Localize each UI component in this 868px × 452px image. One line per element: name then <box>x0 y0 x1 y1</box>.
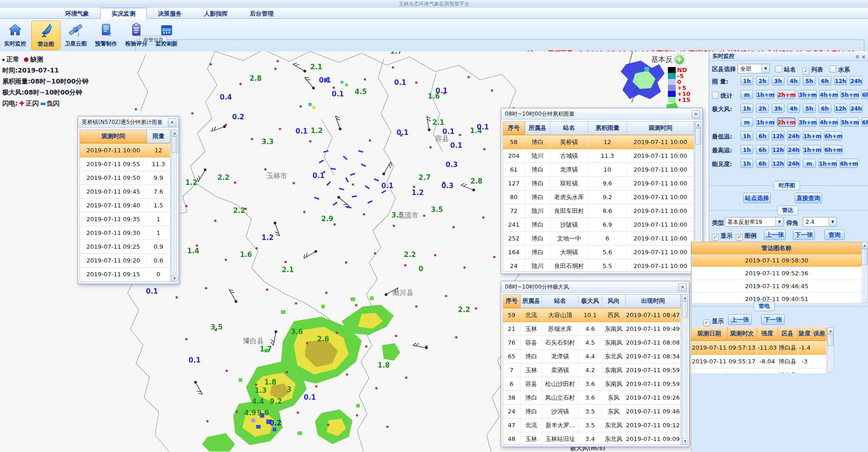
column-header[interactable]: 雨量 <box>147 130 170 143</box>
table-row[interactable]: 2019-07-1109:55:17-8.04博白县-3 <box>691 355 827 368</box>
table-row[interactable]: 2019-07-11 09:100 <box>80 281 170 282</box>
column-header[interactable]: 出现时间 <box>626 295 681 308</box>
toolbar-item-实时监控[interactable]: 实时监控 <box>1 21 29 49</box>
checkbox-站名[interactable]: 站名 <box>775 65 796 73</box>
period-button-3h+m[interactable]: 3h+m <box>798 117 817 127</box>
radar-prev-button[interactable]: 上一张 <box>764 229 786 240</box>
table-row[interactable]: 7玉林卖酒镇4.2东南风2019-07-11 09:59 <box>503 363 681 377</box>
scrollbar[interactable]: ▲▼ <box>682 294 688 445</box>
period-button-4h+m[interactable]: 4h+m <box>819 90 838 99</box>
district-select[interactable]: 全部▼ <box>738 64 770 73</box>
period-button-5h[interactable]: 5h <box>803 104 816 113</box>
period-button-12h[interactable]: 12h <box>834 76 847 85</box>
period-button-2h[interactable]: 2h <box>756 104 769 113</box>
period-button-6h[interactable]: 6h <box>818 76 831 85</box>
checkbox-水系[interactable]: 水系 <box>829 65 850 73</box>
column-header[interactable]: 误差 <box>812 327 827 340</box>
period-button-1h[interactable]: 1h <box>740 131 753 140</box>
column-header[interactable]: 极大风 <box>578 295 602 308</box>
table-row[interactable]: 6容县松山沙田村3.6东南风2019-07-11 09:59 <box>503 377 681 391</box>
column-header[interactable]: 所属县 <box>525 122 551 135</box>
period-button-3h[interactable]: 3h <box>772 76 784 85</box>
column-header[interactable]: 陡度 <box>798 327 812 340</box>
tab-实况监测[interactable]: 实况监测 <box>100 8 147 20</box>
table-row[interactable]: 61博白龙潭镇102019-07-11 10:00 <box>503 163 694 177</box>
table-row[interactable]: 2019-07-11 09:150 <box>80 268 170 281</box>
table-row[interactable]: 204陆川古城镇11.32019-07-11 10:00 <box>503 149 694 163</box>
period-button-2h+m[interactable]: 2h+m <box>777 90 795 99</box>
table-row[interactable]: 127博白双旺镇9.62019-07-11 10:00 <box>503 177 694 190</box>
popup-titlebar[interactable]: 08时~10时00分钟累积雨量 ✕ <box>501 108 702 120</box>
period-button-6h+m[interactable]: 6h+m <box>862 117 868 127</box>
period-button-5h+m[interactable]: 5h+m <box>840 90 859 99</box>
table-row[interactable]: 58博白英桥镇122019-07-11 10:00 <box>503 135 694 149</box>
radar-next-button[interactable]: 下一张 <box>793 229 815 240</box>
column-header[interactable]: 站名 <box>550 122 588 135</box>
period-button-5h[interactable]: 5h <box>803 76 816 85</box>
table-row[interactable]: 2019-07-11 09:301 <box>80 226 170 240</box>
table-row[interactable]: 2019-07-11 09:401.5 <box>80 199 170 212</box>
toolbar-item-卫星云图[interactable]: 卫星云图 <box>62 21 90 49</box>
period-button-1h+m[interactable]: 1h+m <box>756 117 774 127</box>
direct-query-button[interactable]: 直接查询 <box>795 193 822 203</box>
column-header[interactable]: 观测时间 <box>80 130 147 143</box>
table-row[interactable]: 76容县石头石剑村4.5东南风2019-07-11 08:08 <box>503 336 681 350</box>
table-row[interactable]: 47北流新丰大罗...3.5东北风2019-07-11 09:12 <box>503 419 681 432</box>
period-button-12h[interactable]: 12h <box>834 104 847 113</box>
column-header[interactable]: 站名 <box>542 295 578 308</box>
radar-query-button[interactable]: 查询 <box>824 229 845 240</box>
period-button-1h[interactable]: 1h <box>740 145 753 154</box>
table-row[interactable]: 2019-07-1109:57:13-11.03博白县-1.4 <box>691 340 827 355</box>
toolbar-item-检验评分[interactable]: 检验评分 <box>122 21 151 49</box>
lightning-show-checkbox[interactable]: ✓显示 <box>703 316 724 326</box>
period-button-24h[interactable]: 24h <box>787 159 800 168</box>
table-row[interactable]: 2019-07-11 10:0012 <box>80 143 170 157</box>
pin-icon[interactable]: ⚟ <box>855 54 860 60</box>
table-row[interactable]: 2019-07-11 09:250.9 <box>80 240 170 254</box>
period-button-6h[interactable]: 6h <box>818 104 831 113</box>
table-row[interactable]: 72陆川良田车田村8.62019-07-11 10:00 <box>503 204 694 218</box>
period-button-1h+m[interactable]: 1h+m <box>818 159 837 168</box>
table-row[interactable]: 59北流大容山顶10.1西风2019-07-11 08:47 <box>503 308 681 322</box>
period-button-12h[interactable]: 12h <box>772 131 784 140</box>
period-button-2h[interactable]: 2h <box>756 76 769 85</box>
period-button-4h+m[interactable]: 4h+m <box>819 117 838 127</box>
table-row[interactable]: 2019-07-11 09:200.6 <box>80 254 170 268</box>
table-row[interactable]: 21玉林苏烟水库4.6东南风2019-07-11 09:49 <box>503 322 681 336</box>
table-row[interactable]: 24博白沙河镇3.5东风2019-07-11 09:46 <box>503 405 681 419</box>
column-header[interactable]: 序号 <box>503 295 521 308</box>
period-button-6h+m[interactable]: 6h+m <box>824 145 842 154</box>
station-select-button[interactable]: 站点选择 <box>743 193 771 203</box>
tab-后台管理[interactable]: 后台管理 <box>239 8 285 19</box>
period-button-6h+m[interactable]: 6h+m <box>824 131 842 140</box>
period-button-6h[interactable]: 6h <box>756 145 769 154</box>
period-button-m[interactable]: m <box>803 159 816 168</box>
period-button-3h+m[interactable]: 3h+m <box>798 90 817 99</box>
radar-list-item[interactable]: 2019-07-11 09:52:36 <box>692 267 862 280</box>
column-header[interactable]: 观测日期 <box>691 327 728 340</box>
period-button-6h+m[interactable]: 6h+m <box>862 90 868 99</box>
column-header[interactable]: 序号 <box>503 122 525 135</box>
period-button-24h[interactable]: 24h <box>787 145 800 154</box>
checkbox-统计[interactable]: 统计 <box>712 91 733 100</box>
table-row[interactable]: 80博白老虎头水库9.22019-07-11 10:00 <box>503 190 694 204</box>
collapse-icon[interactable]: ✕ <box>862 54 866 60</box>
column-header[interactable]: 观测时次 <box>728 327 757 340</box>
period-button-24h[interactable]: 24h <box>850 76 862 85</box>
table-row[interactable]: 241博白沙陂镇6.92019-07-11 10:00 <box>503 218 694 232</box>
table-row[interactable]: 2019-07-11 09:457.6 <box>80 185 170 199</box>
table-row[interactable]: 48玉林玉林站旧址3.4东北风2019-07-11 09:09 <box>503 432 681 445</box>
period-button-4h[interactable]: 4h <box>787 76 800 85</box>
checkbox-列表[interactable]: ✓列表 <box>802 65 823 73</box>
period-button-3h[interactable]: 3h <box>772 104 784 113</box>
column-header[interactable]: 区县 <box>778 327 798 340</box>
table-row[interactable]: 65博白龙潭镇4.4东北风2019-07-11 08:34 <box>503 350 681 363</box>
period-button-5h+m[interactable]: 5h+m <box>840 117 859 127</box>
period-button-4h[interactable]: 4h <box>787 104 800 113</box>
radar-legend-checkbox[interactable]: ✓图例 <box>736 231 756 241</box>
table-row[interactable]: 38博白凤山立石村3.6东风2019-07-11 09:26 <box>503 391 681 405</box>
radar-list-item[interactable]: 2019-07-11 09:58:30 <box>692 254 862 267</box>
table-row[interactable]: 24陆川良田石垌村5.52019-07-11 10:00 <box>503 259 694 272</box>
column-header[interactable]: 风向 <box>602 295 626 308</box>
scrollbar[interactable]: ▲ <box>827 327 834 372</box>
